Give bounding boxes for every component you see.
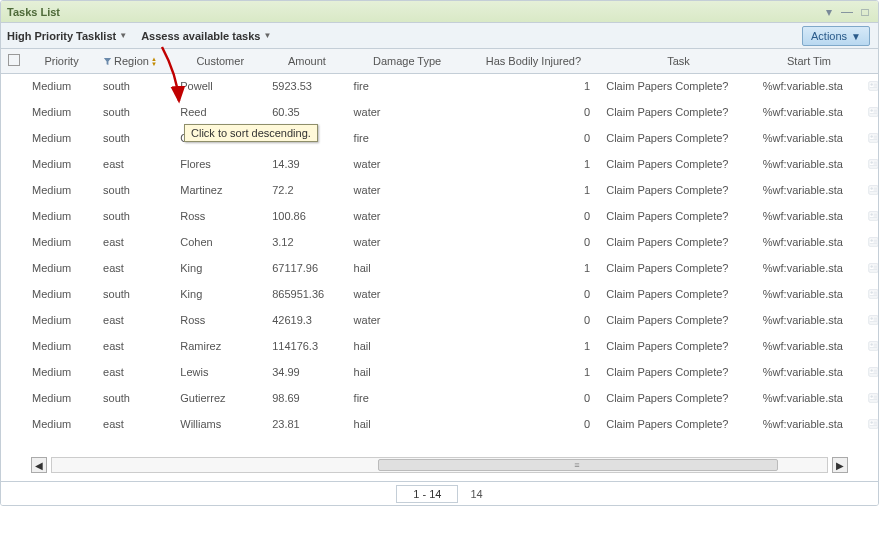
- checkbox-cell[interactable]: [1, 203, 26, 229]
- checkbox-cell[interactable]: [1, 177, 26, 203]
- svg-rect-42: [874, 291, 878, 292]
- checkbox-cell[interactable]: [1, 385, 26, 411]
- table-row[interactable]: MediumeastCohen3.12water0Claim Papers Co…: [1, 229, 878, 255]
- row-action-cell[interactable]: [861, 255, 878, 281]
- pager: 1 - 14 14: [1, 481, 878, 505]
- damage-cell: hail: [348, 255, 467, 281]
- row-action-cell[interactable]: [861, 203, 878, 229]
- table-row[interactable]: MediumeastWilliams23.81hail0Claim Papers…: [1, 411, 878, 437]
- table-row[interactable]: MediumsouthGonzalez71.54fire0Claim Paper…: [1, 125, 878, 151]
- bodily-cell: 0: [467, 229, 601, 255]
- bodily-cell: 1: [467, 177, 601, 203]
- tasklist-dropdown[interactable]: High Priority Tasklist ▼: [7, 30, 127, 42]
- checkbox-cell[interactable]: [1, 411, 26, 437]
- col-priority[interactable]: Priority: [26, 49, 97, 73]
- row-action-cell[interactable]: [861, 99, 878, 125]
- details-icon[interactable]: [867, 209, 878, 222]
- svg-point-51: [871, 343, 873, 345]
- col-damage[interactable]: Damage Type: [348, 49, 467, 73]
- details-icon[interactable]: [867, 391, 878, 404]
- table-row[interactable]: MediumeastRoss42619.3water0Claim Papers …: [1, 307, 878, 333]
- h-scrollbar[interactable]: ◀ ≡ ▶: [1, 455, 878, 475]
- table-row[interactable]: MediumeastKing67117.96hail1Claim Papers …: [1, 255, 878, 281]
- svg-rect-12: [874, 135, 878, 136]
- select-all-checkbox[interactable]: [8, 54, 20, 66]
- svg-rect-7: [874, 109, 878, 110]
- priority-cell: Medium: [26, 385, 97, 411]
- details-icon[interactable]: [867, 417, 878, 430]
- svg-rect-9: [870, 113, 877, 114]
- priority-cell: Medium: [26, 281, 97, 307]
- region-cell: east: [97, 333, 174, 359]
- row-action-cell[interactable]: [861, 151, 878, 177]
- svg-rect-23: [874, 189, 878, 190]
- row-action-cell[interactable]: [861, 73, 878, 99]
- details-icon[interactable]: [867, 79, 878, 92]
- checkbox-cell[interactable]: [1, 229, 26, 255]
- details-icon[interactable]: [867, 339, 878, 352]
- col-bodily[interactable]: Has Bodily Injured?: [467, 49, 601, 73]
- start-cell: %wf:variable.sta: [757, 255, 861, 281]
- details-icon[interactable]: [867, 261, 878, 274]
- col-task[interactable]: Task: [600, 49, 757, 73]
- detach-icon[interactable]: ▾: [822, 5, 836, 19]
- customer-cell: King: [174, 255, 266, 281]
- scroll-left-button[interactable]: ◀: [31, 457, 47, 473]
- details-icon[interactable]: [867, 313, 878, 326]
- table-row[interactable]: MediumsouthKing865951.36water0Claim Pape…: [1, 281, 878, 307]
- scroll-right-button[interactable]: ▶: [832, 457, 848, 473]
- row-action-cell[interactable]: [861, 177, 878, 203]
- checkbox-cell[interactable]: [1, 125, 26, 151]
- row-action-cell[interactable]: [861, 307, 878, 333]
- col-region[interactable]: Region▲▼: [97, 49, 174, 73]
- maximize-icon[interactable]: □: [858, 5, 872, 19]
- svg-point-1: [871, 83, 873, 85]
- checkbox-cell[interactable]: [1, 359, 26, 385]
- scroll-track[interactable]: ≡: [51, 457, 828, 473]
- row-action-cell[interactable]: [861, 411, 878, 437]
- details-icon[interactable]: [867, 183, 878, 196]
- details-icon[interactable]: [867, 287, 878, 300]
- svg-rect-32: [874, 239, 878, 240]
- checkbox-cell[interactable]: [1, 99, 26, 125]
- table-row[interactable]: MediumsouthPowell5923.53fire1Claim Paper…: [1, 73, 878, 99]
- checkbox-cell[interactable]: [1, 73, 26, 99]
- details-icon[interactable]: [867, 157, 878, 170]
- table-row[interactable]: MediumeastRamirez114176.3hail1Claim Pape…: [1, 333, 878, 359]
- col-customer[interactable]: Customer: [174, 49, 266, 73]
- priority-cell: Medium: [26, 255, 97, 281]
- col-start[interactable]: Start Tim: [757, 49, 861, 73]
- customer-cell: Cohen: [174, 229, 266, 255]
- details-icon[interactable]: [867, 131, 878, 144]
- details-icon[interactable]: [867, 105, 878, 118]
- row-action-cell[interactable]: [861, 125, 878, 151]
- minimize-icon[interactable]: —: [840, 5, 854, 19]
- row-action-cell[interactable]: [861, 281, 878, 307]
- checkbox-cell[interactable]: [1, 281, 26, 307]
- checkbox-cell[interactable]: [1, 151, 26, 177]
- svg-rect-19: [870, 165, 877, 166]
- col-checkbox[interactable]: [1, 49, 26, 73]
- row-action-cell[interactable]: [861, 385, 878, 411]
- checkbox-cell[interactable]: [1, 255, 26, 281]
- table-row[interactable]: MediumeastFlores14.39water1Claim Papers …: [1, 151, 878, 177]
- checkbox-cell[interactable]: [1, 333, 26, 359]
- col-amount[interactable]: Amount: [266, 49, 347, 73]
- row-action-cell[interactable]: [861, 359, 878, 385]
- table-row[interactable]: MediumsouthMartinez72.2water1Claim Paper…: [1, 177, 878, 203]
- checkbox-cell[interactable]: [1, 307, 26, 333]
- table-row[interactable]: MediumsouthReed60.35water0Claim Papers C…: [1, 99, 878, 125]
- details-icon[interactable]: [867, 235, 878, 248]
- assess-dropdown[interactable]: Assess available tasks ▼: [141, 30, 271, 42]
- row-action-cell[interactable]: [861, 229, 878, 255]
- start-cell: %wf:variable.sta: [757, 411, 861, 437]
- table-row[interactable]: MediumeastLewis34.99hail1Claim Papers Co…: [1, 359, 878, 385]
- details-icon[interactable]: [867, 365, 878, 378]
- priority-cell: Medium: [26, 177, 97, 203]
- table-row[interactable]: MediumsouthGutierrez98.69fire0Claim Pape…: [1, 385, 878, 411]
- customer-cell: Ross: [174, 307, 266, 333]
- table-row[interactable]: MediumsouthRoss100.86water0Claim Papers …: [1, 203, 878, 229]
- row-action-cell[interactable]: [861, 333, 878, 359]
- actions-button[interactable]: Actions ▼: [802, 26, 870, 46]
- scroll-thumb[interactable]: ≡: [378, 459, 778, 471]
